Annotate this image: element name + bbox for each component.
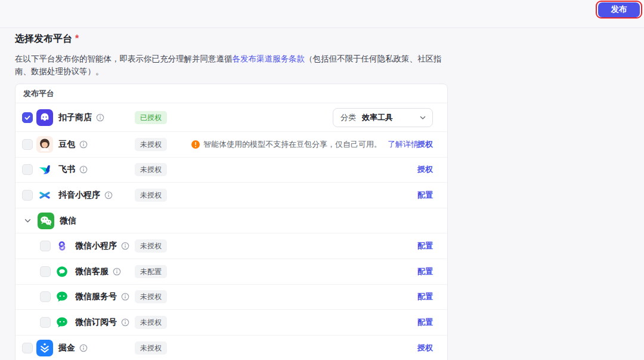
- platform-row-juejin: 掘金未授权授权: [16, 336, 447, 360]
- chevron-down-icon: [419, 114, 426, 121]
- action-link-doubao[interactable]: 授权: [417, 139, 433, 150]
- platform-row-doubao: 豆包未授权智能体使用的模型不支持在豆包分享，仅自己可用。了解详情授权: [16, 132, 447, 158]
- info-icon[interactable]: [121, 318, 130, 327]
- platform-label: 微信订阅号: [75, 317, 117, 328]
- checkbox-feishu[interactable]: [22, 164, 33, 175]
- douyin-miniprogram-icon: [36, 187, 53, 204]
- top-bar: 发布: [0, 0, 644, 28]
- info-icon[interactable]: [113, 267, 122, 276]
- coze-store-icon: [36, 109, 53, 126]
- info-icon[interactable]: [79, 140, 88, 149]
- juejin-icon: [36, 340, 53, 356]
- terms-link[interactable]: 各发布渠道服务条款: [233, 54, 305, 63]
- checkbox-coze-store[interactable]: [22, 112, 33, 123]
- section-description: 在以下平台发布你的智能体，即表示你已充分理解并同意遵循各发布渠道服务条款（包括但…: [15, 53, 454, 78]
- wechat-service-icon: [54, 289, 70, 304]
- info-icon[interactable]: [79, 165, 88, 174]
- badge-column: 未配置: [135, 265, 167, 278]
- badge-column: 未授权: [135, 189, 167, 202]
- info-icon[interactable]: [104, 190, 113, 199]
- badge-column: 未授权: [135, 138, 167, 151]
- warning-icon: [191, 140, 200, 149]
- info-icon[interactable]: [121, 242, 130, 251]
- table-header: 发布平台: [16, 84, 447, 103]
- platform-label: 微信客服: [75, 266, 109, 277]
- wechat-miniprogram-icon: [54, 238, 70, 254]
- table-body: 扣子商店已授权分类效率工具豆包未授权智能体使用的模型不支持在豆包分享，仅自己可用…: [16, 103, 447, 360]
- annotation-highlight: 发布: [596, 1, 642, 19]
- platform-label: 微信: [60, 216, 76, 226]
- platform-label: 扣子商店: [58, 112, 92, 123]
- status-badge: 未授权: [135, 316, 167, 329]
- learn-more-link[interactable]: 了解详情: [388, 139, 419, 150]
- wechat-subscription-icon: [54, 315, 70, 330]
- required-asterisk: *: [75, 33, 79, 44]
- badge-column: 已授权: [135, 111, 167, 124]
- feishu-icon: [36, 161, 53, 178]
- platform-label: 微信小程序: [75, 241, 117, 251]
- model-warning-note: 智能体使用的模型不支持在豆包分享，仅自己可用。了解详情: [191, 139, 419, 150]
- platform-row-wechat-group: 微信: [16, 208, 447, 234]
- status-badge: 未授权: [135, 189, 167, 202]
- info-icon[interactable]: [121, 293, 130, 301]
- category-value: 效率工具: [362, 112, 393, 123]
- platform-label: 抖音小程序: [58, 190, 100, 201]
- status-badge: 未授权: [135, 138, 167, 151]
- action-link-wechat-subscribe[interactable]: 配置: [417, 317, 433, 328]
- action-link-juejin[interactable]: 授权: [417, 343, 433, 353]
- description-text-before: 在以下平台发布你的智能体，即表示你已充分理解并同意遵循: [15, 54, 233, 63]
- platform-row-coze-store: 扣子商店已授权分类效率工具: [16, 103, 447, 132]
- chevron-down-icon[interactable]: [22, 216, 33, 226]
- page: { "page": { "topbar": { "publish": "发布" …: [0, 0, 644, 360]
- status-badge: 已授权: [135, 111, 167, 124]
- note-text: 智能体使用的模型不支持在豆包分享，仅自己可用。: [203, 139, 382, 150]
- checkbox-douyin-mini[interactable]: [22, 190, 33, 201]
- checkbox-wechat-mini[interactable]: [40, 241, 51, 251]
- publish-platform-table: 发布平台 扣子商店已授权分类效率工具豆包未授权智能体使用的模型不支持在豆包分享，…: [15, 84, 448, 360]
- action-link-wechat-service[interactable]: 配置: [417, 291, 433, 302]
- badge-column: 未授权: [135, 239, 167, 253]
- doubao-icon: [36, 136, 53, 153]
- platform-row-wechat-subscribe: 微信订阅号未授权配置: [16, 310, 447, 336]
- category-label: 分类: [340, 112, 356, 123]
- platform-row-feishu: 飞书未授权授权: [16, 158, 447, 183]
- info-icon[interactable]: [96, 113, 105, 122]
- wechat-kefu-icon: [54, 264, 70, 279]
- action-link-wechat-kefu[interactable]: 配置: [417, 266, 433, 277]
- action-link-wechat-mini[interactable]: 配置: [417, 241, 433, 251]
- status-badge: 未授权: [135, 290, 167, 303]
- status-badge: 未授权: [135, 341, 167, 355]
- checkbox-juejin[interactable]: [22, 343, 33, 353]
- platform-label: 掘金: [58, 343, 75, 353]
- publish-button[interactable]: 发布: [598, 2, 640, 17]
- checkbox-wechat-kefu[interactable]: [40, 266, 51, 277]
- table-header-label: 发布平台: [23, 88, 54, 99]
- section-title: 选择发布平台*: [15, 33, 79, 45]
- platform-label: 豆包: [58, 139, 75, 150]
- checkbox-wechat-subscribe[interactable]: [40, 317, 51, 328]
- badge-column: 未授权: [135, 316, 167, 329]
- checkbox-doubao[interactable]: [22, 139, 33, 150]
- platform-label: 微信服务号: [75, 291, 117, 302]
- status-badge: 未配置: [135, 265, 167, 278]
- badge-column: 未授权: [135, 341, 167, 355]
- info-icon[interactable]: [79, 343, 88, 352]
- platform-row-wechat-service: 微信服务号未授权配置: [16, 285, 447, 310]
- checkbox-wechat-service[interactable]: [40, 291, 51, 302]
- wechat-icon: [38, 213, 54, 229]
- action-link-douyin-mini[interactable]: 配置: [417, 190, 433, 201]
- status-badge: 未授权: [135, 239, 167, 253]
- platform-row-wechat-kefu: 微信客服未配置配置: [16, 259, 447, 285]
- badge-column: 未授权: [135, 163, 167, 176]
- action-link-feishu[interactable]: 授权: [417, 164, 433, 175]
- platform-label: 飞书: [58, 164, 75, 175]
- platform-row-wechat-mini: 微信小程序未授权配置: [16, 233, 447, 259]
- category-select[interactable]: 分类效率工具: [333, 108, 433, 127]
- page-title: 选择发布平台: [15, 33, 72, 44]
- platform-row-douyin-mini: 抖音小程序未授权配置: [16, 183, 447, 208]
- status-badge: 未授权: [135, 163, 167, 176]
- badge-column: 未授权: [135, 290, 167, 303]
